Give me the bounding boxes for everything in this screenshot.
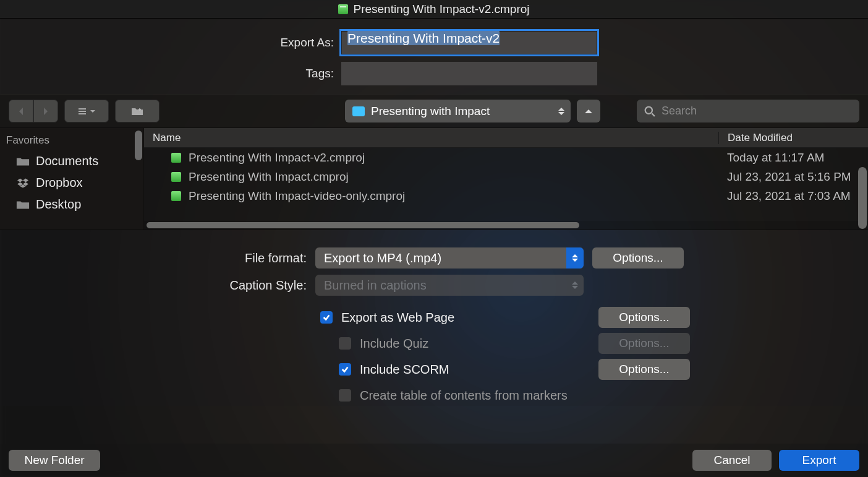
sidebar-item-desktop[interactable]: Desktop (0, 194, 143, 215)
tags-row: Tags: (0, 62, 597, 85)
folder-icon (16, 156, 30, 167)
create-toc-label: Create table of contents from markers (360, 389, 868, 403)
export-options: File format: Export to MP4 (.mp4) Option… (0, 230, 868, 406)
new-folder-button[interactable]: New Folder (9, 450, 100, 471)
sidebar-item-dropbox[interactable]: Dropbox (0, 172, 143, 194)
file-pane: Name Date Modified Presenting With Impac… (144, 128, 868, 230)
current-folder-label: Presenting with Impact (371, 105, 490, 118)
sidebar-item-label: Dropbox (36, 176, 83, 190)
column-date[interactable]: Date Modified (718, 132, 868, 144)
folder-color-icon (352, 106, 365, 116)
file-row[interactable]: Presenting With Impact-video-only.cmproj… (144, 186, 868, 205)
export-as-input[interactable]: Presenting With Impact-v2 (341, 31, 597, 54)
tags-input[interactable] (341, 62, 597, 85)
group-by-button[interactable] (115, 100, 160, 122)
horizontal-scrollbar[interactable] (144, 221, 868, 230)
file-format-value: Export to MP4 (.mp4) (324, 251, 441, 265)
dialog-footer: New Folder Cancel Export (0, 444, 868, 477)
include-scorm-label: Include SCORM (360, 363, 590, 377)
include-quiz-row: Include Quiz Options... (0, 333, 868, 354)
include-quiz-label: Include Quiz (360, 337, 590, 351)
check-icon (322, 313, 331, 322)
search-icon (644, 106, 655, 117)
chevron-right-icon (41, 106, 51, 116)
camtasia-project-icon (338, 4, 348, 14)
tags-label: Tags: (306, 67, 334, 80)
export-as-label: Export As: (280, 36, 334, 49)
caption-style-select: Burned in captions (315, 275, 584, 296)
file-name: Presenting With Impact-video-only.cmproj (189, 189, 718, 203)
export-web-checkbox[interactable] (320, 311, 333, 324)
camtasia-project-icon (171, 153, 181, 163)
include-scorm-options-button[interactable]: Options... (598, 359, 690, 380)
include-quiz-checkbox (339, 337, 351, 350)
finder-toolbar: Presenting with Impact Search (0, 94, 868, 128)
file-name: Presenting With Impact.cmproj (189, 170, 718, 184)
caption-style-row: Caption Style: Burned in captions (0, 275, 868, 296)
window-titlebar: Presenting With Impact-v2.cmproj (0, 0, 868, 19)
include-scorm-checkbox[interactable] (339, 363, 351, 376)
export-web-label: Export as Web Page (341, 311, 590, 325)
export-as-row: Export As: Presenting With Impact-v2 (0, 31, 597, 54)
select-stepper-icon (558, 108, 564, 115)
file-date: Jul 23, 2021 at 5:16 PM (718, 170, 868, 184)
sidebar: Favorites Documents Dropbox Desktop (0, 128, 144, 230)
chevron-left-icon (16, 106, 26, 116)
create-toc-row: Create table of contents from markers (0, 385, 868, 406)
folder-plus-icon (130, 106, 144, 116)
create-toc-checkbox (339, 389, 351, 402)
camtasia-project-icon (171, 191, 181, 201)
export-header: Export As: Presenting With Impact-v2 Tag… (0, 19, 868, 94)
sidebar-header: Favorites (0, 132, 143, 150)
check-icon (341, 365, 349, 374)
sidebar-item-label: Documents (36, 154, 98, 168)
chevron-down-icon (90, 108, 96, 114)
search-field[interactable]: Search (637, 100, 859, 122)
file-name: Presenting With Impact-v2.cmproj (189, 151, 718, 165)
file-row[interactable]: Presenting With Impact.cmproj Jul 23, 20… (144, 167, 868, 186)
file-row[interactable]: Presenting With Impact-v2.cmproj Today a… (144, 148, 868, 167)
file-date: Today at 11:17 AM (718, 151, 868, 165)
chevron-up-icon (584, 106, 594, 116)
parent-folder-button[interactable] (577, 100, 600, 122)
forward-button[interactable] (33, 100, 58, 122)
current-folder-select[interactable]: Presenting with Impact (345, 100, 571, 122)
include-quiz-options-button: Options... (598, 333, 690, 354)
nav-buttons (9, 100, 58, 122)
view-mode-button[interactable] (64, 100, 109, 122)
dropbox-icon (16, 178, 30, 189)
column-headers: Name Date Modified (144, 128, 868, 148)
vertical-scrollbar[interactable] (858, 167, 867, 229)
list-icon (77, 106, 87, 116)
file-format-options-button[interactable]: Options... (592, 247, 684, 269)
file-format-select[interactable]: Export to MP4 (.mp4) (315, 247, 584, 269)
export-web-row: Export as Web Page Options... (0, 307, 868, 328)
export-web-options-button[interactable]: Options... (598, 307, 690, 328)
svg-point-0 (645, 106, 652, 113)
file-format-label: File format: (0, 251, 315, 265)
back-button[interactable] (9, 100, 33, 122)
file-browser: Favorites Documents Dropbox Desktop Name… (0, 128, 868, 230)
file-format-row: File format: Export to MP4 (.mp4) Option… (0, 247, 868, 269)
file-list: Presenting With Impact-v2.cmproj Today a… (144, 148, 868, 221)
column-name[interactable]: Name (144, 132, 718, 144)
camtasia-project-icon (171, 172, 181, 182)
sidebar-item-documents[interactable]: Documents (0, 150, 143, 172)
include-scorm-row: Include SCORM Options... (0, 359, 868, 380)
folder-icon (16, 199, 30, 210)
sidebar-scrollbar[interactable] (135, 131, 142, 160)
file-date: Jul 23, 2021 at 7:03 AM (718, 189, 868, 203)
sidebar-item-label: Desktop (36, 197, 81, 212)
caption-style-label: Caption Style: (0, 278, 315, 293)
search-placeholder: Search (662, 105, 697, 118)
window-title: Presenting With Impact-v2.cmproj (353, 2, 529, 16)
caption-style-value: Burned in captions (324, 278, 427, 293)
select-stepper-icon (566, 247, 584, 269)
scrollbar-thumb[interactable] (147, 222, 579, 228)
export-button[interactable]: Export (779, 450, 859, 471)
cancel-button[interactable]: Cancel (692, 450, 772, 471)
select-stepper-icon (566, 275, 584, 296)
